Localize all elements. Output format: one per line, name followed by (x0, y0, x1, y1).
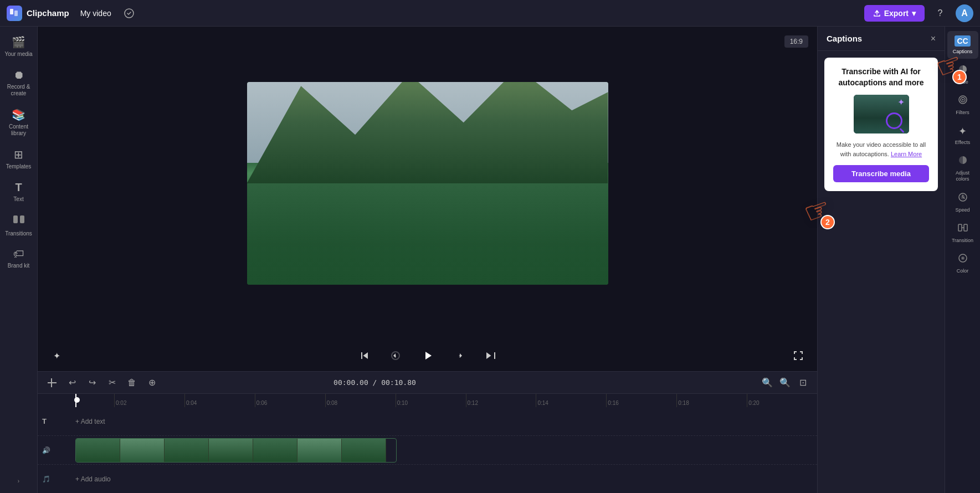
tool-color[interactable]: Color (947, 249, 978, 278)
sidebar-item-label: Your media (4, 51, 32, 58)
tool-label: Adjustcolors (956, 170, 969, 182)
play-button[interactable] (417, 345, 439, 367)
center-area: 16:9 ✦ (38, 27, 817, 493)
video-track-content[interactable] (75, 436, 817, 464)
skip-forward-button[interactable] (481, 346, 501, 366)
svg-rect-3 (13, 215, 18, 223)
trim-tool-button[interactable] (44, 375, 60, 391)
app-name: Clipchamp (27, 8, 69, 18)
timeline-zoom: 🔍 🔍 ⊡ (760, 375, 810, 391)
tool-label: Effects (955, 140, 970, 145)
sidebar-item-label: Transitions (5, 230, 32, 237)
text-icon: T (15, 181, 22, 194)
timeline-ruler: 0:02 0:04 0:06 0:08 0:10 0:12 0:14 0:16 … (38, 394, 817, 407)
clip-thumb-6 (297, 439, 342, 463)
help-icon[interactable]: ? (931, 4, 949, 22)
transcribe-card-desc: Make your video accessible to all with a… (833, 140, 929, 158)
text-track-row: T + Add text (38, 407, 817, 436)
add-text-button[interactable]: + Add text (75, 418, 105, 425)
magic-edit-button[interactable]: ✦ (47, 346, 66, 366)
timeline-area: ↩ ↪ ✂ 🗑 ⊕ 00:00.00 / 00:10.80 🔍 🔍 ⊡ (38, 371, 817, 493)
sidebar-item-text[interactable]: T Text (2, 177, 35, 207)
panel-title: Captions (827, 34, 862, 43)
zoom-in-button[interactable]: 🔍 (777, 375, 793, 391)
clip-thumb-1 (76, 439, 120, 463)
video-track-row: 🔊 (38, 436, 817, 465)
ruler-marks: 0:02 0:04 0:06 0:08 0:10 0:12 0:14 0:16 … (38, 394, 817, 407)
color-icon (958, 253, 968, 266)
tool-filters[interactable]: Filters (947, 90, 978, 120)
rewind-5s-button[interactable]: 5 (386, 346, 406, 366)
svg-point-12 (962, 99, 963, 101)
adjust-icon (958, 155, 968, 168)
sidebar-expand-btn[interactable]: › (2, 474, 35, 489)
learn-more-link[interactable]: Learn More (891, 151, 922, 157)
avatar[interactable]: A (956, 4, 973, 22)
sidebar-item-templates[interactable]: ⊞ Templates (2, 143, 35, 174)
video-track-label: 🔊 (38, 446, 75, 454)
sidebar-item-label: Record &create (7, 84, 30, 97)
forward-5s-button[interactable]: 5 (450, 346, 470, 366)
video-clip-strip[interactable] (75, 438, 397, 463)
app-logo[interactable]: Clipchamp (7, 6, 69, 21)
transcribe-card-title: Transcribe with AI for autocaptions and … (833, 66, 929, 88)
skip-back-button[interactable] (355, 346, 374, 366)
sidebar-item-label: Templates (6, 163, 32, 170)
tool-label: Fade (957, 79, 968, 85)
sidebar-item-content[interactable]: 📚 Contentlibrary (2, 104, 35, 141)
video-title-input[interactable]: My video (76, 7, 116, 20)
topbar: Clipchamp My video Export ▾ ? A (0, 0, 980, 27)
cut-button[interactable]: ✂ (104, 375, 120, 391)
add-to-timeline-button[interactable]: ⊕ (144, 375, 160, 391)
sidebar-item-brand[interactable]: 🏷 Brand kit (2, 243, 35, 273)
timeline-tools-right (788, 346, 808, 366)
export-button[interactable]: Export ▾ (864, 5, 925, 22)
your-media-icon: 🎬 (12, 35, 25, 49)
panel-header: Captions × (818, 27, 945, 51)
zoom-out-button[interactable]: 🔍 (760, 375, 775, 391)
sidebar-item-label: Contentlibrary (9, 124, 28, 137)
delete-button[interactable]: 🗑 (124, 375, 140, 391)
undo-button[interactable]: ↩ (64, 375, 80, 391)
ruler-mark-5: 0:12 (466, 394, 536, 407)
sidebar-item-your-media[interactable]: 🎬 Your media (2, 31, 35, 62)
svg-rect-8 (51, 378, 52, 387)
ruler-mark-0: 0:02 (114, 394, 184, 407)
transcribe-card: Transcribe with AI for autocaptions and … (824, 58, 938, 191)
transcribe-media-button[interactable]: Transcribe media (833, 165, 929, 182)
speed-icon (958, 192, 968, 205)
svg-rect-4 (20, 215, 24, 223)
redo-button[interactable]: ↪ (84, 375, 100, 391)
save-icon[interactable] (122, 7, 136, 20)
audio-track-content: + Add audio (75, 465, 817, 493)
tool-label: Filters (956, 110, 969, 115)
tool-transition[interactable]: Transition (947, 218, 978, 248)
svg-rect-1 (14, 11, 18, 16)
content-icon: 📚 (12, 108, 25, 121)
svg-rect-17 (964, 224, 967, 231)
logo-icon (7, 6, 22, 21)
sidebar-item-transitions[interactable]: Transitions (2, 209, 35, 241)
panel-close-button[interactable]: × (931, 34, 936, 44)
tool-speed[interactable]: Speed (947, 188, 978, 217)
tool-fade[interactable]: Fade (947, 60, 978, 89)
tool-captions[interactable]: CC Captions (947, 31, 978, 59)
left-sidebar: 🎬 Your media ⏺ Record &create 📚 Contentl… (0, 27, 38, 493)
clip-thumb-3 (165, 439, 209, 463)
filters-icon (958, 95, 968, 107)
topbar-right: Export ▾ ? A (864, 4, 973, 22)
fullscreen-button[interactable] (788, 346, 808, 366)
sparkle-icon: ✦ (897, 97, 905, 107)
svg-point-20 (962, 258, 963, 259)
text-track-content: + Add text (75, 407, 817, 435)
tool-effects[interactable]: ✦ Effects (947, 121, 978, 150)
fit-timeline-button[interactable]: ⊡ (795, 375, 810, 391)
svg-text:5: 5 (394, 355, 396, 358)
tool-label: Color (957, 268, 969, 274)
sidebar-item-label: Text (13, 196, 23, 202)
tool-adjust[interactable]: Adjustcolors (947, 151, 978, 187)
transitions-icon (13, 213, 25, 228)
add-audio-button[interactable]: + Add audio (75, 475, 111, 483)
sidebar-item-record[interactable]: ⏺ Record &create (2, 64, 35, 101)
aspect-ratio-badge: 16:9 (784, 35, 808, 48)
